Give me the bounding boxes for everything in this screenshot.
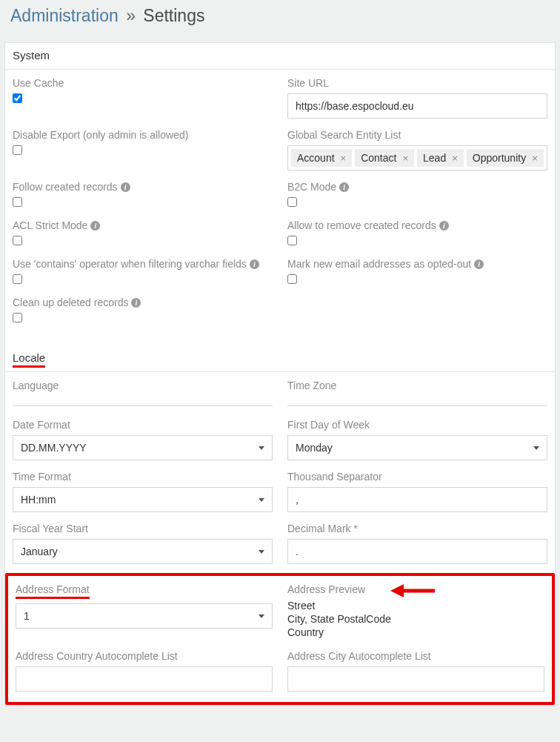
use-cache-checkbox[interactable] bbox=[13, 93, 22, 103]
info-icon[interactable]: i bbox=[250, 259, 259, 269]
first-day-value: Monday bbox=[296, 442, 333, 454]
clean-deleted-checkbox[interactable] bbox=[13, 313, 22, 322]
disable-export-checkbox[interactable] bbox=[13, 145, 22, 155]
mark-opted-checkbox[interactable] bbox=[287, 274, 297, 284]
info-icon[interactable]: i bbox=[439, 221, 449, 231]
clean-deleted-label: Clean up deleted records i bbox=[13, 297, 273, 308]
timezone-label: Time Zone bbox=[287, 380, 547, 391]
section-title-locale: Locale bbox=[5, 345, 555, 372]
preview-line-street: Street bbox=[287, 600, 544, 612]
tag-account[interactable]: Account× bbox=[291, 149, 352, 167]
chevron-down-icon bbox=[259, 498, 264, 502]
tag-opportunity-remove-icon[interactable]: × bbox=[532, 153, 538, 164]
b2c-mode-checkbox[interactable] bbox=[287, 197, 297, 207]
follow-created-label: Follow created records i bbox=[13, 181, 273, 193]
date-format-label: Date Format bbox=[13, 419, 273, 431]
address-preview: Street City, State PostalCode Country bbox=[287, 600, 544, 638]
time-format-value: HH:mm bbox=[21, 494, 56, 506]
info-icon[interactable]: i bbox=[90, 221, 100, 231]
disable-export-label: Disable Export (only admin is allowed) bbox=[13, 129, 273, 141]
chevron-down-icon bbox=[259, 615, 264, 618]
date-format-select[interactable]: DD.MM.YYYY bbox=[13, 435, 273, 460]
info-icon[interactable]: i bbox=[339, 182, 349, 192]
preview-line-country: Country bbox=[287, 626, 544, 638]
preview-line-city: City, State PostalCode bbox=[287, 613, 544, 625]
annotation-highlight: Address Format 1 Address Preview Street … bbox=[5, 573, 555, 705]
addr-country-auto-input[interactable] bbox=[16, 666, 273, 692]
date-format-value: DD.MM.YYYY bbox=[21, 442, 87, 454]
acl-strict-label-text: ACL Strict Mode bbox=[13, 219, 87, 231]
language-input[interactable] bbox=[13, 396, 273, 406]
chevron-down-icon bbox=[259, 550, 264, 554]
follow-created-label-text: Follow created records bbox=[13, 181, 118, 193]
svg-marker-1 bbox=[390, 584, 404, 597]
use-cache-label: Use Cache bbox=[13, 77, 273, 89]
thousand-sep-input[interactable] bbox=[287, 487, 547, 512]
acl-strict-checkbox[interactable] bbox=[13, 236, 22, 245]
locale-title-text: Locale bbox=[13, 351, 45, 368]
acl-strict-label: ACL Strict Mode i bbox=[13, 219, 273, 231]
fiscal-year-label: Fiscal Year Start bbox=[13, 523, 273, 534]
fiscal-year-value: January bbox=[21, 546, 58, 557]
clean-deleted-label-text: Clean up deleted records bbox=[13, 297, 128, 308]
addr-city-auto-input[interactable] bbox=[287, 666, 544, 692]
address-format-label-text: Address Format bbox=[16, 583, 90, 599]
contains-op-label: Use 'contains' operator when filtering v… bbox=[13, 258, 273, 270]
section-body-locale: Language Time Zone Date Format DD.MM.YYY… bbox=[5, 372, 555, 564]
contains-op-label-text: Use 'contains' operator when filtering v… bbox=[13, 258, 247, 270]
admin-link[interactable]: Administration bbox=[10, 6, 119, 25]
time-format-select[interactable]: HH:mm bbox=[13, 487, 273, 512]
site-url-input[interactable] bbox=[287, 93, 547, 119]
tag-contact-remove-icon[interactable]: × bbox=[402, 153, 408, 164]
arrow-icon bbox=[390, 582, 435, 600]
breadcrumb-separator: » bbox=[126, 6, 136, 25]
first-day-label: First Day of Week bbox=[287, 419, 547, 431]
page-header: Administration » Settings bbox=[0, 0, 560, 42]
address-format-label: Address Format bbox=[16, 583, 273, 599]
page-title: Settings bbox=[143, 6, 204, 25]
chevron-down-icon bbox=[259, 446, 264, 450]
tag-lead-remove-icon[interactable]: × bbox=[452, 153, 458, 164]
b2c-mode-label: B2C Mode i bbox=[287, 181, 547, 193]
addr-country-auto-label: Address Country Autocomplete List bbox=[16, 650, 273, 662]
contains-op-checkbox[interactable] bbox=[13, 274, 22, 284]
follow-created-checkbox[interactable] bbox=[13, 197, 22, 207]
mark-opted-label: Mark new email addresses as opted-out i bbox=[287, 258, 547, 270]
section-title-system: System bbox=[5, 43, 555, 70]
tag-contact[interactable]: Contact× bbox=[355, 149, 414, 167]
allow-remove-label-text: Allow to remove created records bbox=[287, 219, 436, 231]
fiscal-year-select[interactable]: January bbox=[13, 539, 273, 564]
allow-remove-checkbox[interactable] bbox=[287, 236, 297, 245]
tag-account-label: Account bbox=[297, 152, 335, 164]
mark-opted-label-text: Mark new email addresses as opted-out bbox=[287, 258, 471, 270]
tag-lead[interactable]: Lead× bbox=[417, 149, 464, 167]
address-format-select[interactable]: 1 bbox=[16, 603, 273, 629]
thousand-sep-label: Thousand Separator bbox=[287, 471, 547, 483]
info-icon[interactable]: i bbox=[121, 182, 130, 192]
global-search-label: Global Search Entity List bbox=[287, 129, 547, 141]
decimal-mark-input[interactable] bbox=[287, 539, 547, 564]
tag-opportunity-label: Opportunity bbox=[473, 152, 526, 164]
settings-panel: System Use Cache Site URL Disable Export… bbox=[4, 42, 556, 706]
address-format-value: 1 bbox=[24, 610, 30, 622]
language-label: Language bbox=[13, 380, 273, 391]
tag-lead-label: Lead bbox=[423, 152, 446, 164]
info-icon[interactable]: i bbox=[131, 298, 141, 308]
b2c-mode-label-text: B2C Mode bbox=[287, 181, 336, 193]
section-body-system: Use Cache Site URL Disable Export (only … bbox=[5, 70, 555, 345]
decimal-mark-label: Decimal Mark * bbox=[287, 523, 547, 534]
tag-opportunity[interactable]: Opportunity× bbox=[467, 149, 544, 167]
time-format-label: Time Format bbox=[13, 471, 273, 483]
chevron-down-icon bbox=[533, 446, 539, 450]
global-search-tags[interactable]: Account× Contact× Lead× Opportunity× bbox=[287, 145, 547, 170]
first-day-select[interactable]: Monday bbox=[287, 435, 547, 460]
tag-account-remove-icon[interactable]: × bbox=[341, 153, 347, 164]
site-url-label: Site URL bbox=[287, 77, 547, 89]
tag-contact-label: Contact bbox=[361, 152, 396, 164]
addr-city-auto-label: Address City Autocomplete List bbox=[287, 650, 544, 662]
timezone-input[interactable] bbox=[287, 396, 547, 406]
allow-remove-label: Allow to remove created records i bbox=[287, 219, 547, 231]
info-icon[interactable]: i bbox=[474, 259, 484, 269]
